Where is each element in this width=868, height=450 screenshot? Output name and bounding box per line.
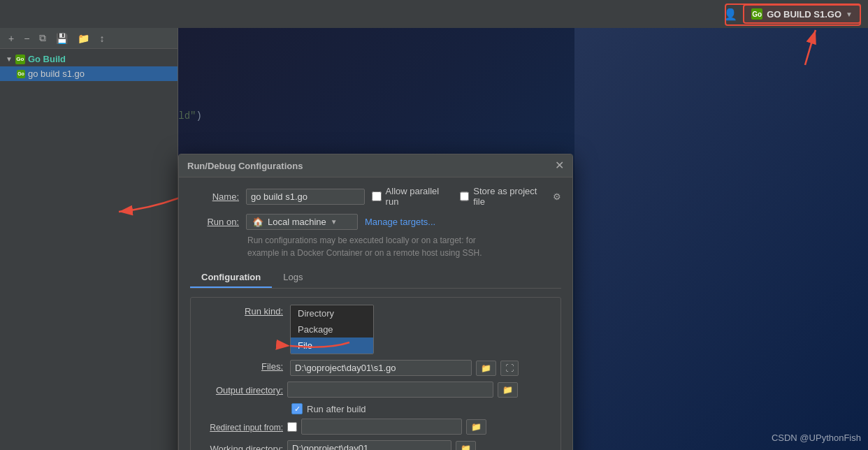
working-dir-row: Working directory: 📁: [199, 440, 552, 450]
local-machine-text: Local machine: [268, 217, 326, 227]
files-folder-button[interactable]: 📁: [476, 361, 496, 376]
dialog-body: Name: Allow parallel run Store as projec…: [179, 177, 572, 450]
run-after-build-checkbox[interactable]: ✓: [291, 403, 303, 414]
output-dir-input[interactable]: [287, 382, 493, 398]
folder-config-button[interactable]: 📁: [75, 31, 92, 45]
tree-go-build-parent[interactable]: ▼ Go Go Build: [0, 52, 178, 66]
remove-config-button[interactable]: −: [21, 31, 32, 45]
house-icon: 🏠: [252, 217, 263, 227]
gear-icon: ⚙: [553, 191, 561, 202]
left-panel: + − ⧉ 💾 📁 ↕ ▼ Go Go Build Go go build s1…: [0, 28, 178, 450]
panel-toolbar: + − ⧉ 💾 📁 ↕: [0, 28, 178, 49]
run-after-build-field: ✓ Run after build: [291, 403, 366, 414]
name-input[interactable]: [246, 189, 365, 205]
save-config-button[interactable]: 💾: [53, 31, 71, 45]
store-project-label: Store as project file: [473, 186, 549, 207]
go-build-icon: Go: [15, 55, 25, 64]
files-input-row: 📁 ⛶: [290, 360, 519, 376]
tree-expand-arrow: ▼: [6, 55, 13, 63]
user-icon: 👤: [723, 8, 737, 21]
working-dir-folder-button[interactable]: 📁: [456, 441, 476, 451]
go-build-s1-label: go build s1.go: [28, 68, 85, 79]
go-build-s1-icon: Go: [17, 70, 25, 78]
redirect-folder-button[interactable]: 📁: [466, 419, 486, 435]
manage-targets-link[interactable]: Manage targets...: [365, 217, 435, 227]
output-dir-label: Output directory:: [199, 384, 283, 395]
run-kind-label: Run kind:: [199, 305, 283, 317]
config-section: Run kind: Directory Package File Files: …: [190, 297, 561, 450]
run-on-select[interactable]: 🏠 Local machine ▼: [246, 214, 358, 230]
chevron-down-icon: ▼: [846, 10, 853, 18]
dialog-header: Run/Debug Configurations ✕: [179, 154, 572, 177]
go-icon: Go: [751, 8, 762, 20]
add-config-button[interactable]: +: [6, 31, 17, 45]
dialog-title: Run/Debug Configurations: [187, 161, 303, 171]
store-project-row: Store as project file ⚙: [460, 186, 561, 207]
allow-parallel-row: Allow parallel run: [372, 186, 453, 207]
dropdown-item-package[interactable]: Package: [291, 321, 373, 338]
config-tree: ▼ Go Go Build Go go build s1.go: [0, 49, 178, 84]
tab-configuration[interactable]: Configuration: [190, 268, 272, 288]
dialog-tabs: Configuration Logs: [190, 268, 561, 289]
run-on-label: Run on:: [190, 217, 239, 227]
go-build-label: Go Build: [28, 54, 66, 64]
allow-parallel-checkbox[interactable]: [372, 191, 382, 201]
hint-text: Run configurations may be executed local…: [247, 234, 561, 259]
files-label: Files:: [199, 360, 283, 372]
run-kind-dropdown: Directory Package File: [290, 305, 374, 354]
files-row: Files: 📁 ⛶: [199, 360, 552, 376]
allow-parallel-label: Allow parallel run: [386, 186, 453, 207]
dialog-close-button[interactable]: ✕: [555, 160, 564, 171]
name-label: Name:: [190, 191, 239, 202]
redirect-input-field[interactable]: [301, 419, 462, 435]
working-dir-label: Working directory:: [199, 442, 283, 450]
run-after-build-label: Run after build: [307, 404, 366, 414]
dropdown-item-file[interactable]: File: [291, 338, 373, 354]
top-toolbar: 👤 Go GO BUILD S1.GO ▼: [0, 0, 868, 28]
redirect-input-label: Redirect input from:: [199, 421, 283, 433]
run-kind-dropdown-box[interactable]: Directory Package File: [290, 305, 374, 354]
redirect-input-row: Redirect input from: 📁: [199, 419, 552, 435]
run-after-build-row: ✓ Run after build: [291, 403, 552, 414]
run-on-row: Run on: 🏠 Local machine ▼ Manage targets…: [190, 214, 561, 230]
run-config-label: GO BUILD S1.GO: [767, 9, 841, 20]
copy-config-button[interactable]: ⧉: [36, 31, 49, 45]
anime-background: [574, 0, 868, 450]
output-folder-button[interactable]: 📁: [498, 382, 518, 398]
output-dir-row: Output directory: 📁: [199, 382, 552, 398]
name-row: Name: Allow parallel run Store as projec…: [190, 186, 561, 207]
run-on-caret: ▼: [331, 218, 338, 226]
run-debug-dialog: Run/Debug Configurations ✕ Name: Allow p…: [178, 154, 573, 450]
redirect-input-checkbox[interactable]: [287, 422, 297, 432]
store-project-checkbox[interactable]: [460, 191, 470, 201]
working-dir-input[interactable]: [287, 440, 451, 450]
files-expand-button[interactable]: ⛶: [500, 361, 519, 376]
watermark: CSDN @UPythonFish: [772, 433, 861, 443]
run-config-button[interactable]: Go GO BUILD S1.GO ▼: [743, 4, 861, 24]
tab-logs[interactable]: Logs: [272, 268, 314, 288]
tree-go-build-s1[interactable]: Go go build s1.go: [0, 66, 178, 81]
sort-config-button[interactable]: ↕: [96, 31, 107, 45]
files-input[interactable]: [290, 360, 472, 376]
dropdown-item-directory[interactable]: Directory: [291, 305, 373, 321]
run-kind-row: Run kind: Directory Package File: [199, 305, 552, 354]
